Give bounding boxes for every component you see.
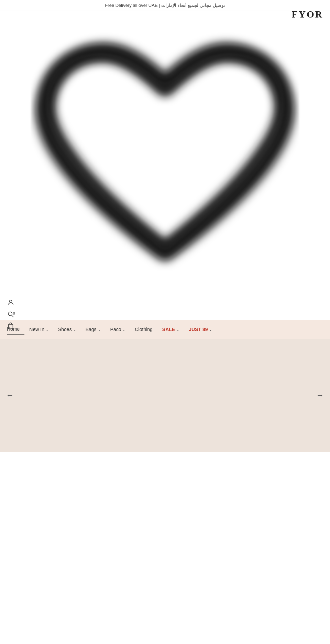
hero-image-container — [0, 18, 330, 300]
chevron-down-icon: ⌄ — [122, 328, 125, 331]
nav-shoes-label: Shoes — [58, 327, 72, 332]
announcement-bar: Free Delivery all over UAE | توصيل مجاني… — [0, 0, 330, 11]
carousel-prev-button[interactable]: ← — [3, 387, 17, 403]
nav-sale-label: SALE — [162, 327, 175, 332]
nav-item-clothing[interactable]: Clothing — [130, 325, 157, 334]
carousel-area: ← → — [0, 339, 330, 452]
chevron-down-icon: ⌄ — [46, 328, 48, 331]
chevron-down-icon: ⌄ — [98, 328, 101, 331]
below-carousel-space — [0, 452, 330, 583]
header: FYOR — [0, 11, 330, 18]
carousel-inner — [0, 339, 330, 452]
page-wrapper: Free Delivery all over UAE | توصيل مجاني… — [0, 0, 330, 583]
nav-item-sale[interactable]: SALE ⌄ — [157, 325, 184, 334]
cart-count-badge: 0 — [13, 312, 15, 315]
chevron-down-icon: ⌄ — [73, 328, 76, 331]
nav-clothing-label: Clothing — [135, 327, 152, 332]
carousel-next-button[interactable]: → — [313, 387, 327, 403]
chevron-down-icon: ⌄ — [209, 328, 212, 331]
nav-paco-label: Paco — [110, 327, 121, 332]
nav-item-shoes[interactable]: Shoes ⌄ — [53, 325, 81, 334]
navigation-bar: Home New In ⌄ Shoes ⌄ Bags ⌄ Paco ⌄ Clot… — [0, 320, 330, 339]
logo: FYOR — [292, 9, 323, 20]
nav-bags-label: Bags — [86, 327, 97, 332]
announcement-text: Free Delivery all over UAE | توصيل مجاني… — [105, 3, 225, 8]
nav-item-just89[interactable]: JUST 89 ⌄ — [184, 325, 217, 334]
chevron-down-icon: ⌄ — [176, 328, 179, 331]
hero-heart-image — [31, 28, 299, 289]
nav-item-new-in[interactable]: New In ⌄ — [24, 325, 53, 334]
svg-point-1 — [8, 312, 12, 316]
cart-icon[interactable] — [7, 322, 14, 330]
svg-point-0 — [9, 300, 12, 303]
nav-item-paco[interactable]: Paco ⌄ — [106, 325, 130, 334]
account-icon[interactable] — [7, 299, 14, 306]
nav-just89-label: JUST 89 — [189, 327, 208, 332]
svg-rect-3 — [9, 324, 13, 329]
nav-item-bags[interactable]: Bags ⌄ — [81, 325, 106, 334]
svg-line-2 — [12, 315, 14, 317]
nav-new-in-label: New In — [29, 327, 44, 332]
